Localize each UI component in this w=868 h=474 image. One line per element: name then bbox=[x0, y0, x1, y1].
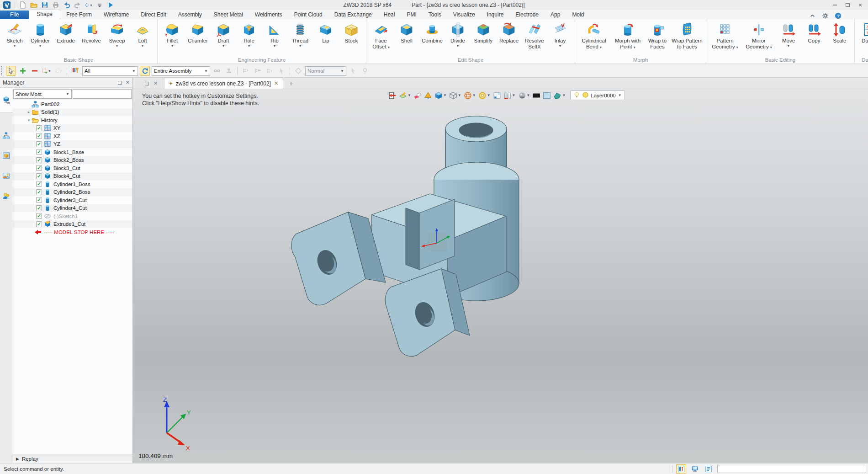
stock-button[interactable]: Stock bbox=[339, 21, 364, 56]
menu-tab-point-cloud[interactable]: Point Cloud bbox=[288, 11, 328, 19]
visibility-checkbox[interactable]: ✓ bbox=[36, 213, 42, 219]
lip-button[interactable]: Lip bbox=[313, 21, 339, 56]
manager-restore-icon[interactable] bbox=[118, 81, 122, 85]
inlay-button[interactable]: Inlay▾ bbox=[547, 21, 573, 56]
menu-tab-sheet-metal[interactable]: Sheet Metal bbox=[208, 11, 249, 19]
tree-item[interactable]: ✓Block3_Cut bbox=[12, 164, 132, 172]
combine-button[interactable]: Combine bbox=[419, 21, 445, 56]
scale-button[interactable]: Scale bbox=[827, 21, 852, 56]
menu-tab-wireframe[interactable]: Wireframe bbox=[98, 11, 135, 19]
tree-item[interactable]: ✓Cylinder1_Boss bbox=[12, 180, 132, 188]
tree-item[interactable]: ✓Extrude1_Cut bbox=[12, 220, 132, 229]
visibility-checkbox[interactable]: ✓ bbox=[36, 125, 42, 131]
visibility-checkbox[interactable]: ✓ bbox=[36, 133, 42, 139]
tree-item[interactable]: ✓312XZ bbox=[12, 132, 132, 140]
tree-item[interactable]: ✓Cylinder3_Cut bbox=[12, 196, 132, 204]
new-file-button[interactable] bbox=[19, 1, 27, 9]
revolve-button[interactable]: Revolve bbox=[79, 21, 104, 56]
assembly-scope-icon[interactable] bbox=[140, 66, 150, 76]
pick-tool-icon[interactable] bbox=[6, 66, 16, 76]
tree-item[interactable]: ✓Block2_Boss bbox=[12, 156, 132, 165]
chamfer-button[interactable]: Chamfer bbox=[185, 21, 211, 56]
datum-button[interactable]: 312Datum▾ bbox=[857, 21, 868, 56]
expander-icon[interactable]: ▾ bbox=[26, 118, 32, 122]
viewport-3d[interactable]: You can set the hotkey in Customize Sett… bbox=[133, 89, 868, 463]
document-close-icon[interactable]: ✕ bbox=[153, 80, 158, 86]
face-offset-button[interactable]: FaceOffset ▾ bbox=[368, 21, 394, 56]
resume-play-button[interactable] bbox=[106, 1, 115, 9]
output-list-icon[interactable] bbox=[704, 464, 714, 474]
session-manager-icon[interactable] bbox=[0, 186, 12, 206]
toolbox-icon[interactable] bbox=[676, 464, 686, 474]
tree-item[interactable]: Part002 bbox=[12, 100, 132, 108]
tree-search-input[interactable] bbox=[73, 89, 132, 99]
solid-manager-icon[interactable] bbox=[0, 145, 12, 165]
toolbar-drag-handle[interactable] bbox=[1, 66, 3, 75]
assembly-manager-icon[interactable] bbox=[0, 125, 12, 145]
qat-customize-button[interactable] bbox=[95, 1, 104, 9]
remove-pick-icon[interactable] bbox=[30, 66, 40, 76]
visibility-checkbox[interactable]: ✓ bbox=[36, 189, 42, 195]
document-tab[interactable]: + zw3d vs creo lesson one.Z3 - [Part002]… bbox=[164, 78, 283, 89]
visibility-checkbox[interactable]: ✓ bbox=[36, 205, 42, 211]
loft-button[interactable]: Loft▾ bbox=[130, 21, 155, 56]
copy-button[interactable]: Copy bbox=[801, 21, 827, 56]
move-button[interactable]: Move▾ bbox=[776, 21, 801, 56]
menu-tab-direct-edit[interactable]: Direct Edit bbox=[135, 11, 172, 19]
collapse-ribbon-icon[interactable] bbox=[809, 12, 816, 19]
cylindrical-bend-button[interactable]: CylindricalBend ▾ bbox=[577, 21, 611, 56]
fillet-button[interactable]: Fillet▾ bbox=[159, 21, 185, 56]
undo-button[interactable] bbox=[63, 1, 71, 9]
save-button[interactable] bbox=[41, 1, 49, 9]
menu-tab-app[interactable]: App bbox=[545, 11, 566, 19]
snap-mode-combo[interactable]: Normal▼ bbox=[305, 66, 346, 76]
shell-button[interactable]: Shell bbox=[394, 21, 419, 56]
visibility-checkbox[interactable]: ✓ bbox=[36, 141, 42, 147]
scope-combo[interactable]: Entire Assembly▼ bbox=[152, 66, 210, 76]
menu-tab-weldments[interactable]: Weldments bbox=[249, 11, 288, 19]
tree-item[interactable]: ✓(-)Sketch1 bbox=[12, 212, 132, 220]
add-pick-icon[interactable] bbox=[18, 66, 28, 76]
menu-tab-assembly[interactable]: Assembly bbox=[172, 11, 208, 19]
tab-close-icon[interactable]: ✕ bbox=[274, 80, 278, 86]
view-navigation-button[interactable]: ▼ bbox=[85, 1, 93, 9]
model-bracket[interactable] bbox=[133, 89, 868, 463]
menu-tab-heal[interactable]: Heal bbox=[378, 11, 401, 19]
rib-button[interactable]: Rib▾ bbox=[262, 21, 287, 56]
history-manager-icon[interactable] bbox=[0, 88, 12, 112]
visibility-checkbox[interactable]: ✓ bbox=[36, 165, 42, 171]
filter-all-combo[interactable]: All▼ bbox=[82, 66, 138, 76]
visibility-checkbox[interactable]: ✓ bbox=[36, 173, 42, 179]
settings-gear-icon[interactable] bbox=[821, 12, 829, 19]
visibility-checkbox[interactable]: ✓ bbox=[36, 149, 42, 155]
wrap-pattern-to-faces-button[interactable]: Wrap Patternto Faces bbox=[670, 21, 704, 56]
open-file-button[interactable] bbox=[30, 1, 38, 9]
morph-with-point-button[interactable]: Morph withPoint ▾ bbox=[611, 21, 645, 56]
sketch-button[interactable]: Sketch▾ bbox=[2, 21, 27, 56]
tree-item[interactable]: ✓312XY bbox=[12, 124, 132, 133]
pick-filter-icon[interactable] bbox=[70, 66, 80, 76]
visual-manager-icon[interactable] bbox=[0, 165, 12, 186]
document-restore-icon[interactable] bbox=[145, 82, 149, 85]
expander-icon[interactable]: ▸ bbox=[26, 110, 32, 114]
thread-button[interactable]: Thread▾ bbox=[287, 21, 313, 56]
manager-close-icon[interactable]: ✕ bbox=[126, 80, 130, 85]
tree-item[interactable]: ----- MODEL STOP HERE ----- bbox=[12, 228, 132, 236]
help-icon[interactable]: ? bbox=[834, 12, 842, 19]
hole-button[interactable]: Hole▾ bbox=[236, 21, 262, 56]
new-tab-button[interactable]: + bbox=[285, 79, 297, 89]
menu-tab-tools[interactable]: Tools bbox=[423, 11, 447, 19]
tree-filter-combo[interactable]: Show Most▼ bbox=[13, 89, 72, 99]
tree-item[interactable]: ✓Cylinder2_Boss bbox=[12, 188, 132, 197]
divide-button[interactable]: Divide▾ bbox=[445, 21, 471, 56]
minimize-button[interactable] bbox=[831, 2, 838, 8]
box-pick-icon[interactable]: ▼ bbox=[42, 66, 52, 76]
extrude-button[interactable]: Extrude bbox=[53, 21, 79, 56]
menu-tab-visualize[interactable]: Visualize bbox=[447, 11, 481, 19]
replace-button[interactable]: Replace bbox=[496, 21, 522, 56]
tree-item[interactable]: ▸Solid(1) bbox=[12, 108, 132, 117]
command-input[interactable] bbox=[717, 465, 866, 473]
mirror-geometry-button[interactable]: MirrorGeometry ▾ bbox=[742, 21, 776, 56]
monitor-icon[interactable] bbox=[690, 464, 700, 474]
menu-tab-pmi[interactable]: PMI bbox=[401, 11, 422, 19]
